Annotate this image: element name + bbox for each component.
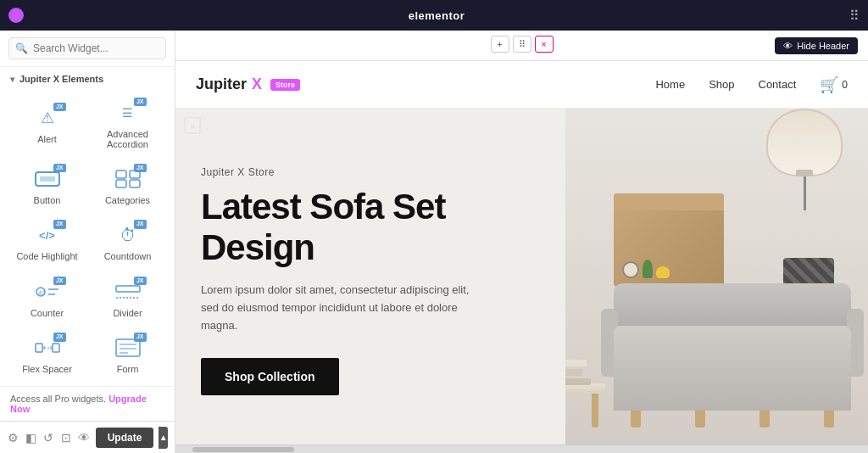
countdown-icon: ⏱ JX — [113, 223, 143, 247]
search-input[interactable] — [8, 37, 166, 59]
svg-rect-12 — [36, 344, 42, 352]
shelf-plant-icon — [643, 260, 653, 278]
horizontal-scrollbar[interactable] — [175, 445, 868, 453]
remove-element-button[interactable]: × — [535, 36, 554, 53]
hero-section: ■ Jupiter X Store Latest Sofa Set Design… — [175, 109, 868, 445]
sofa-legs — [614, 411, 851, 428]
shelf-roof — [614, 193, 724, 210]
sidebar-bottom-bar: ⚙ ◧ ↺ ⊡ 👁 Update ▲ — [0, 421, 175, 453]
site-nav: Jupiter X Store Home Shop Contact 🛒 0 — [175, 61, 868, 109]
sidebar-footer: Access all Pro widgets. Upgrade Now — [0, 386, 175, 421]
top-bar: elementor ⠿ — [0, 0, 868, 31]
widget-countdown[interactable]: ⏱ JX Countdown — [87, 214, 168, 270]
hero-image-area — [565, 109, 868, 445]
settings-icon[interactable]: ⚙ — [7, 426, 19, 450]
side-table-decoration — [565, 383, 605, 428]
sofa-leg — [760, 411, 770, 428]
collapse-arrow-icon[interactable]: ▾ — [10, 75, 14, 84]
widget-grid: ⚠ JX Alert ☰ JX Advanced Accordion — [0, 87, 175, 386]
sofa-leg — [695, 411, 705, 428]
widget-alert-label: Alert — [37, 134, 57, 144]
widget-categories-label: Categories — [105, 195, 150, 205]
logo-x-text: X — [252, 76, 262, 93]
scrollbar-thumb[interactable] — [192, 447, 294, 452]
widget-advanced-accordion[interactable]: ☰ JX Advanced Accordion — [87, 91, 168, 157]
widget-flex-spacer[interactable]: JX Flex Spacer — [7, 327, 87, 383]
history-icon[interactable]: ↺ — [42, 426, 55, 450]
sofa-leg — [631, 411, 641, 428]
website-preview: Jupiter X Store Home Shop Contact 🛒 0 — [175, 61, 868, 453]
jx-badge: JX — [53, 333, 66, 341]
main-layout: 🔍 ▾ Jupiter X Elements ⚠ JX Alert ☰ — [0, 31, 868, 453]
responsive-icon[interactable]: ⊡ — [60, 426, 73, 450]
jx-badge: JX — [134, 277, 147, 285]
canvas-area: + ⠿ × 👁 Hide Header Jupiter X Store Home — [175, 31, 868, 453]
widget-alert[interactable]: ⚠ JX Alert — [7, 91, 87, 157]
jx-badge: JX — [134, 333, 147, 341]
widget-code-label: Code Highlight — [16, 251, 77, 261]
nav-contact[interactable]: Contact — [759, 78, 797, 91]
cart-icon: 🛒 — [820, 76, 838, 94]
search-bar: 🔍 — [0, 31, 175, 67]
flex-icon: JX — [32, 336, 63, 360]
jx-badge: JX — [53, 277, 66, 285]
table-leg — [592, 394, 598, 428]
widget-code-highlight[interactable]: </> JX Code Highlight — [7, 214, 87, 270]
hero-content: Jupiter X Store Latest Sofa Set Design L… — [175, 109, 565, 445]
hide-header-label: Hide Header — [797, 41, 849, 51]
widget-divider[interactable]: JX Divider — [87, 270, 168, 326]
add-element-button[interactable]: + — [491, 36, 509, 53]
widget-categories[interactable]: JX Categories — [87, 157, 168, 213]
lamp-decoration — [766, 109, 843, 210]
table-books — [565, 360, 591, 385]
alert-icon: ⚠ JX — [32, 106, 63, 130]
sofa-body — [614, 326, 851, 411]
jx-badge: JX — [134, 220, 147, 228]
nav-shop[interactable]: Shop — [709, 78, 734, 91]
code-icon: </> JX — [32, 223, 63, 247]
app-title: elementor — [32, 9, 841, 22]
hide-header-button[interactable]: 👁 Hide Header — [775, 37, 858, 54]
preview-icon[interactable]: 👁 — [78, 426, 91, 450]
widget-form[interactable]: JX Form — [87, 327, 168, 383]
form-icon: JX — [113, 336, 143, 360]
jx-badge: JX — [53, 103, 66, 111]
widget-counter-label: Counter — [31, 308, 64, 318]
search-icon: 🔍 — [15, 42, 28, 54]
counter-icon: 42 JX — [32, 280, 63, 304]
hero-scene — [565, 109, 868, 445]
widget-accordion-label: Advanced Accordion — [93, 129, 162, 149]
svg-text:42: 42 — [38, 289, 46, 297]
eye-icon: 👁 — [783, 41, 793, 51]
widget-counter[interactable]: 42 JX Counter — [7, 270, 87, 326]
widget-form-label: Form — [117, 364, 139, 374]
hero-subtext: Lorem ipsum dolor sit amet, consectetur … — [201, 282, 489, 334]
sofa-decoration — [614, 326, 851, 428]
update-dropdown-arrow[interactable]: ▲ — [159, 427, 168, 449]
table-legs — [565, 394, 605, 428]
move-element-button[interactable]: ⠿ — [513, 36, 531, 53]
nav-cart[interactable]: 🛒 0 — [820, 76, 848, 94]
elementor-logo-icon — [8, 8, 24, 23]
svg-rect-13 — [53, 344, 59, 352]
lamp-cord — [804, 176, 806, 210]
widget-countdown-label: Countdown — [104, 251, 152, 261]
layers-icon[interactable]: ◧ — [25, 426, 37, 450]
shop-collection-button[interactable]: Shop Collection — [201, 358, 339, 395]
lamp-shade — [766, 109, 843, 176]
widget-button[interactable]: JX Button — [7, 157, 87, 213]
sidebar: 🔍 ▾ Jupiter X Elements ⚠ JX Alert ☰ — [0, 31, 175, 453]
grid-icon[interactable]: ⠿ — [849, 8, 860, 24]
widget-section-title: ▾ Jupiter X Elements — [0, 67, 175, 87]
cart-count: 0 — [842, 79, 848, 91]
update-button[interactable]: Update — [96, 428, 154, 448]
svg-rect-2 — [116, 171, 126, 178]
shelf-items — [622, 260, 715, 278]
button-icon: JX — [32, 167, 63, 191]
sofa — [614, 326, 851, 428]
nav-home[interactable]: Home — [655, 78, 685, 91]
jx-badge: JX — [53, 164, 66, 172]
widget-button-label: Button — [34, 195, 61, 205]
store-badge: Store — [270, 79, 300, 91]
jx-badge: JX — [53, 220, 66, 228]
